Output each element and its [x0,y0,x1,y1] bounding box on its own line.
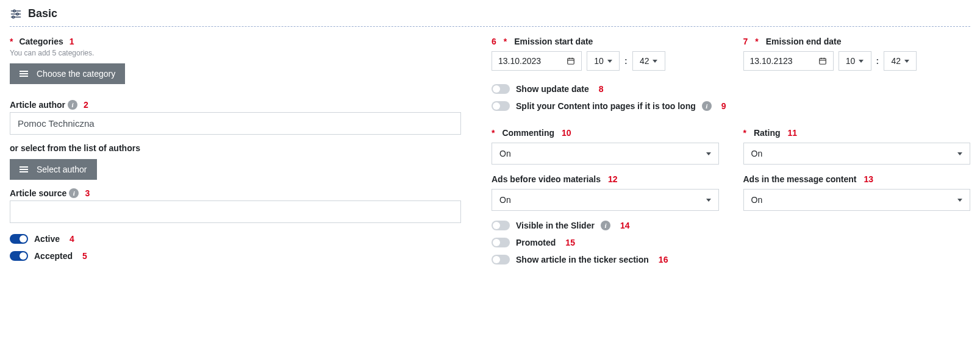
required-marker: * [755,37,762,46]
author-input[interactable] [10,112,461,135]
author-label: Article author [10,100,65,110]
calendar-icon [818,57,827,65]
svg-rect-10 [819,59,826,64]
emission-end-label: Emission end date [766,37,842,46]
author-alt-label: or select from the list of authors [10,143,140,153]
chevron-down-icon [957,152,962,155]
annotation-12: 12 [608,174,618,184]
categories-label: Categories [19,37,63,46]
split-pages-toggle[interactable] [492,101,510,111]
annotation-11: 11 [788,128,798,138]
rating-label: Rating [754,128,781,138]
select-author-button-label: Select author [37,165,87,174]
chevron-down-icon [706,199,711,202]
chevron-down-icon [706,152,711,155]
ads-msg-value: On [751,195,763,205]
ads-msg-field: Ads in the message content 13 On [743,174,971,211]
chevron-down-icon [957,199,962,202]
annotation-14: 14 [620,221,630,230]
source-input[interactable] [10,200,461,223]
ticker-toggle[interactable] [492,255,510,264]
ads-video-field: Ads before video materials 12 On [492,174,719,211]
right-toggles-block-2: Visible in the Slider i 14 Promoted 15 S… [492,221,970,272]
required-marker: * [10,37,16,46]
promoted-toggle[interactable] [492,238,510,247]
chevron-down-icon [859,60,864,63]
select-author-button[interactable]: Select author [10,159,97,180]
menu-icon [20,69,28,79]
ads-video-value: On [499,195,511,205]
end-hour-select[interactable]: 10 [839,51,871,71]
emission-start-field: 6 * Emission start date 13.10.2023 10 [492,37,719,71]
annotation-10: 10 [562,128,571,138]
show-update-toggle[interactable] [492,84,510,94]
start-minute-select[interactable]: 42 [632,51,665,71]
rating-field: * Rating 11 On [743,128,971,165]
annotation-15: 15 [565,238,575,247]
time-separator: : [624,56,628,66]
accepted-toggle-row: Accepted 5 [10,251,467,261]
commenting-value: On [499,149,511,158]
annotation-7: 7 [743,37,748,46]
start-date-value: 13.10.2023 [498,56,541,66]
svg-rect-6 [568,59,574,64]
ads-video-select[interactable]: On [492,189,719,211]
commenting-label: Commenting [502,128,554,138]
categories-field: * Categories 1 You can add 5 categories.… [10,37,467,84]
end-minute-value: 42 [891,56,901,66]
ads-video-label: Ads before video materials [492,174,601,184]
start-hour-value: 10 [594,56,604,66]
promoted-label: Promoted [516,238,556,247]
annotation-13: 13 [864,174,873,184]
section-header: Basic [10,7,970,27]
split-pages-label: Split your Content into pages if it is t… [516,101,696,111]
start-hour-select[interactable]: 10 [587,51,620,71]
commenting-select[interactable]: On [492,143,719,165]
sliders-icon [10,8,22,20]
time-separator: : [876,56,879,66]
choose-category-button[interactable]: Choose the category [10,63,125,84]
required-marker: * [504,37,510,46]
annotation-6: 6 [492,37,496,46]
visible-slider-label: Visible in the Slider [516,221,595,230]
ads-msg-select[interactable]: On [743,189,971,211]
annotation-3: 3 [85,188,90,198]
info-icon[interactable]: i [702,101,712,111]
info-icon[interactable]: i [601,221,610,230]
annotation-8: 8 [599,84,604,94]
emission-start-label: Emission start date [514,37,593,46]
ticker-label: Show article in the ticker section [516,255,649,264]
required-marker: * [492,128,498,138]
source-label: Article source [10,188,66,198]
end-date-value: 13.10.2123 [750,56,793,66]
end-minute-select[interactable]: 42 [884,51,917,71]
end-hour-value: 10 [846,56,856,66]
start-date-input[interactable]: 13.10.2023 [492,51,582,71]
chevron-down-icon [653,60,657,63]
visible-slider-toggle[interactable] [492,221,510,230]
start-minute-value: 42 [640,56,649,66]
annotation-4: 4 [70,234,74,244]
categories-hint: You can add 5 categories. [10,49,467,57]
source-field: Article source i 3 [10,188,467,223]
choose-category-button-label: Choose the category [37,69,115,79]
info-icon[interactable]: i [69,188,79,198]
calendar-icon [567,57,575,65]
ads-msg-label: Ads in the message content [743,174,857,184]
annotation-2: 2 [84,100,88,110]
annotation-9: 9 [721,101,726,111]
annotation-1: 1 [70,37,74,46]
active-toggle[interactable] [10,234,28,244]
svg-point-3 [16,13,18,15]
section-title: Basic [28,7,57,20]
svg-point-5 [12,16,14,18]
active-label: Active [34,234,60,244]
show-update-label: Show update date [516,84,589,94]
commenting-field: * Commenting 10 On [492,128,719,165]
end-date-input[interactable]: 13.10.2123 [743,51,834,71]
info-icon[interactable]: i [68,100,77,110]
rating-select[interactable]: On [743,143,971,165]
accepted-toggle[interactable] [10,251,28,261]
annotation-5: 5 [82,251,87,261]
rating-value: On [751,149,763,158]
